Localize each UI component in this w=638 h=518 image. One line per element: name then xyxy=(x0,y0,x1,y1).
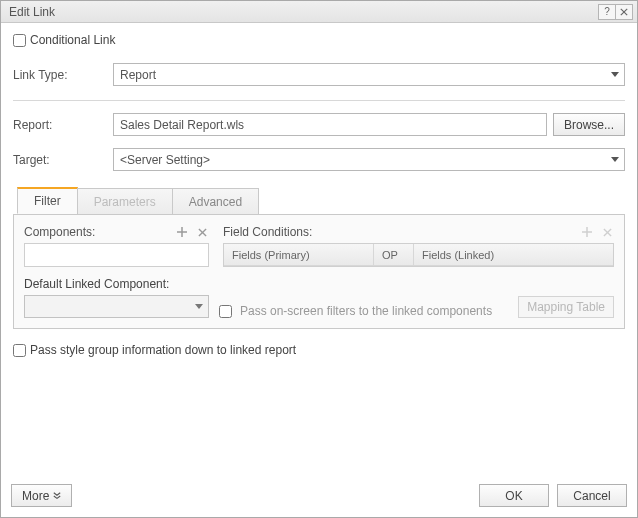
default-linked-row: Default Linked Component: Pass on-screen… xyxy=(24,277,614,318)
conditional-link-checkbox[interactable] xyxy=(13,34,26,47)
pass-filters-checkbox[interactable] xyxy=(219,305,232,318)
help-button[interactable]: ? xyxy=(598,4,616,20)
report-input[interactable]: Sales Detail Report.wls xyxy=(113,113,547,136)
pass-style-checkbox[interactable] xyxy=(13,344,26,357)
separator xyxy=(13,100,625,101)
add-condition-icon xyxy=(580,225,594,239)
conditional-link-row: Conditional Link xyxy=(13,33,625,47)
pass-style-row: Pass style group information down to lin… xyxy=(13,343,625,357)
link-type-select[interactable]: Report xyxy=(113,63,625,86)
filter-panel: Components: xyxy=(13,215,625,329)
target-value: <Server Setting> xyxy=(120,153,210,167)
tab-parameters[interactable]: Parameters xyxy=(77,188,173,214)
tab-advanced[interactable]: Advanced xyxy=(172,188,259,214)
target-row: Target: <Server Setting> xyxy=(13,148,625,171)
pass-style-label: Pass style group information down to lin… xyxy=(30,343,296,357)
chevron-down-icon xyxy=(190,296,208,317)
remove-condition-icon xyxy=(600,225,614,239)
browse-button[interactable]: Browse... xyxy=(553,113,625,136)
report-row: Report: Sales Detail Report.wls Browse..… xyxy=(13,113,625,136)
link-type-value: Report xyxy=(120,68,156,82)
report-label: Report: xyxy=(13,118,113,132)
ok-button[interactable]: OK xyxy=(479,484,549,507)
more-label: More xyxy=(22,489,49,503)
double-chevron-down-icon xyxy=(53,489,61,503)
edit-link-dialog: Edit Link ? Conditional Link Link Type: … xyxy=(0,0,638,518)
col-op: OP xyxy=(374,244,414,265)
link-type-row: Link Type: Report xyxy=(13,63,625,86)
components-list[interactable] xyxy=(24,243,209,267)
svg-marker-12 xyxy=(195,304,203,309)
cancel-button[interactable]: Cancel xyxy=(557,484,627,507)
conditional-link-label: Conditional Link xyxy=(30,33,115,47)
chevron-down-icon xyxy=(606,149,624,170)
chevron-down-icon xyxy=(606,64,624,85)
dialog-body: Conditional Link Link Type: Report Repor… xyxy=(1,23,637,478)
add-component-icon[interactable] xyxy=(175,225,189,239)
target-select[interactable]: <Server Setting> xyxy=(113,148,625,171)
tab-bar: Filter Parameters Advanced xyxy=(13,187,625,215)
titlebar-buttons: ? xyxy=(599,4,633,20)
field-conditions-label: Field Conditions: xyxy=(223,225,312,239)
col-fields-primary: Fields (Primary) xyxy=(224,244,374,265)
report-value: Sales Detail Report.wls xyxy=(120,118,244,132)
svg-marker-2 xyxy=(611,72,619,77)
link-type-label: Link Type: xyxy=(13,68,113,82)
field-conditions-column: Field Conditions: xyxy=(223,225,614,267)
default-component-select[interactable] xyxy=(24,295,209,318)
remove-component-icon[interactable] xyxy=(195,225,209,239)
components-label: Components: xyxy=(24,225,95,239)
components-column: Components: xyxy=(24,225,209,267)
titlebar: Edit Link ? xyxy=(1,1,637,23)
target-label: Target: xyxy=(13,153,113,167)
tab-filter[interactable]: Filter xyxy=(17,187,78,214)
field-conditions-table[interactable]: Fields (Primary) OP Fields (Linked) xyxy=(223,243,614,267)
mapping-table-button: Mapping Table xyxy=(518,296,614,318)
more-button[interactable]: More xyxy=(11,484,72,507)
field-conditions-header: Fields (Primary) OP Fields (Linked) xyxy=(224,244,613,266)
close-button[interactable] xyxy=(615,4,633,20)
default-component-label: Default Linked Component: xyxy=(24,277,209,291)
dialog-title: Edit Link xyxy=(9,5,55,19)
svg-marker-3 xyxy=(611,157,619,162)
pass-filters-label: Pass on-screen filters to the linked com… xyxy=(240,304,492,318)
footer: More OK Cancel xyxy=(1,478,637,517)
col-fields-linked: Fields (Linked) xyxy=(414,244,613,265)
tabs: Filter Parameters Advanced Components: xyxy=(13,187,625,329)
